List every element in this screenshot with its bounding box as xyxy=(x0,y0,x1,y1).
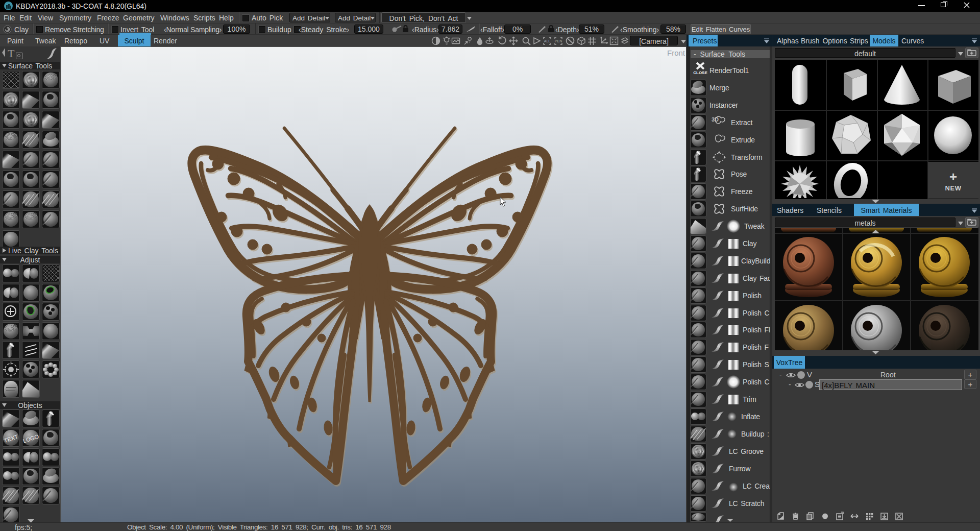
svg-text:PEN: PEN xyxy=(555,39,562,43)
svg-text:ALL: ALL xyxy=(544,39,551,43)
